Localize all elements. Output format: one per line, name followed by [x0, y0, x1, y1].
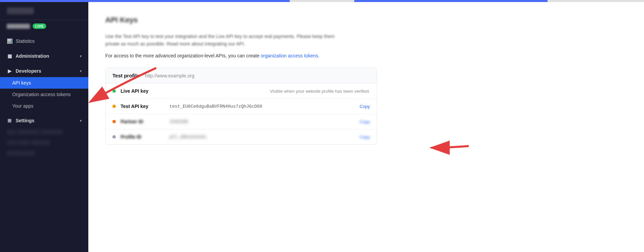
profile-id-dot	[112, 135, 116, 139]
table-header-url: http://www.example.org	[145, 73, 195, 78]
sidebar-section-administration: ▦ Administration ▾	[0, 50, 88, 62]
sidebar-blurred-item-3: ░░░░░░░░░	[0, 148, 88, 158]
table-row: Test API key test_EU8Ce6dguBaBVFRN4Hus7z…	[106, 99, 377, 114]
description-suffix: .	[318, 53, 319, 58]
table-header-row: Test profile http://www.example.org	[106, 68, 377, 84]
settings-chevron-icon: ▾	[80, 119, 82, 123]
test-api-key-copy-button[interactable]: Copy	[360, 104, 370, 109]
your-apps-label: Your apps	[12, 103, 34, 109]
org-access-tokens-link[interactable]: organization access tokens	[261, 53, 318, 58]
org-access-tokens-label: Organization access tokens	[12, 92, 71, 97]
table-header-label: Test profile	[112, 73, 140, 78]
sidebar-item-administration[interactable]: ▦ Administration ▾	[0, 50, 88, 62]
sidebar-item-api-keys[interactable]: API keys	[0, 77, 88, 89]
table-row: Partner ID 1646100 Copy	[106, 114, 377, 129]
test-api-key-value: test_EU8Ce6dguBaBVFRN4Hus7zQhJGcD68	[169, 104, 355, 109]
sidebar-item-administration-label: Administration	[16, 53, 49, 59]
sidebar-item-settings[interactable]: ⊞ Settings ▾	[0, 114, 88, 127]
test-api-key-dot	[112, 105, 116, 108]
sidebar-blurred-item-1: ░░░ ░░░░░░░ ░░░░░░░	[0, 127, 88, 137]
profile-id-copy-button[interactable]: Copy	[360, 134, 370, 140]
partner-id-label: Partner ID	[121, 119, 165, 124]
sidebar-blurred-item-2: ░░░ ░░░░ ░░░░░░	[0, 137, 88, 148]
table-row: Profile ID pfl_d80s0s0s0s Copy	[106, 129, 377, 144]
app-layout: ████████ LIVE 📊 Statistics ▦ Administrat…	[0, 2, 644, 252]
status-badge: LIVE	[33, 23, 46, 29]
settings-icon: ⊞	[7, 118, 12, 123]
test-api-key-label: Test API key	[121, 104, 165, 109]
live-api-key-note: Visible when your website profile has be…	[169, 89, 370, 94]
statistics-icon: 📊	[7, 38, 12, 44]
partner-id-value: 1646100	[169, 119, 355, 124]
live-api-key-label: Live API key	[121, 88, 165, 94]
developers-chevron-icon: ▾	[80, 69, 82, 73]
sidebar-item-developers-label: Developers	[16, 68, 41, 74]
administration-chevron-icon: ▾	[80, 54, 82, 58]
administration-icon: ▦	[7, 53, 12, 59]
developers-icon: ▶	[7, 68, 12, 74]
sidebar-header	[0, 2, 88, 20]
description-clear: For access to the more advanced organiza…	[105, 52, 343, 59]
api-keys-label: API keys	[12, 80, 31, 86]
sidebar-item-developers[interactable]: ▶ Developers ▾	[0, 65, 88, 77]
main-inner: API Keys Use the Test API key to test yo…	[88, 2, 394, 158]
sidebar-section-statistics: 📊 Statistics	[0, 35, 88, 47]
sidebar-item-statistics[interactable]: 📊 Statistics	[0, 35, 88, 47]
partner-id-dot	[112, 120, 116, 123]
sidebar-item-statistics-label: Statistics	[16, 38, 35, 44]
sidebar-item-settings-label: Settings	[16, 118, 34, 123]
status-row: ████████ LIVE	[0, 20, 88, 32]
sidebar-item-your-apps[interactable]: Your apps	[0, 100, 88, 112]
profile-id-value: pfl_d80s0s0s0s	[169, 134, 355, 140]
partner-id-copy-button[interactable]: Copy	[360, 119, 370, 124]
profile-id-label: Profile ID	[121, 134, 165, 140]
description-text: For access to the more advanced organiza…	[105, 53, 260, 58]
main-content: API Keys Use the Test API key to test yo…	[88, 2, 644, 252]
brand-logo	[7, 7, 34, 14]
api-keys-table: Test profile http://www.example.org Live…	[105, 68, 377, 145]
table-row: Live API key Visible when your website p…	[106, 84, 377, 99]
sidebar-section-settings: ⊞ Settings ▾	[0, 114, 88, 127]
live-api-key-dot	[112, 89, 116, 93]
description-blurred: Use the Test API key to test your integr…	[105, 33, 343, 48]
sidebar-section-developers: ▶ Developers ▾ API keys Organization acc…	[0, 65, 88, 112]
sidebar-item-org-access-tokens[interactable]: Organization access tokens	[0, 89, 88, 100]
sidebar: ████████ LIVE 📊 Statistics ▦ Administrat…	[0, 2, 88, 252]
user-account-label: ████████	[7, 24, 30, 29]
page-title: API Keys	[105, 16, 377, 24]
